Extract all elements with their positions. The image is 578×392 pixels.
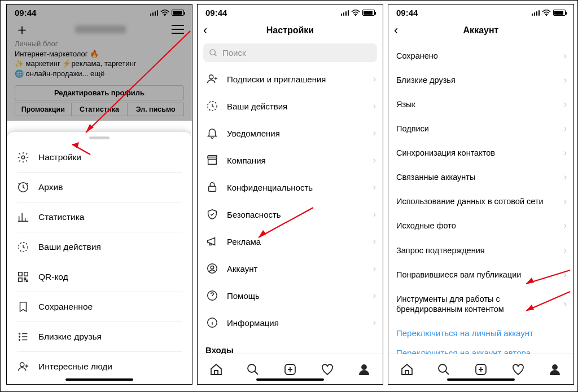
account-closefriends[interactable]: Близкие друзья› — [396, 68, 573, 92]
chevron-right-icon: › — [373, 209, 376, 219]
status-bar: 09:44 — [198, 5, 383, 19]
cellular-icon — [532, 10, 540, 16]
menu-label: QR-код — [38, 272, 68, 282]
gear-icon — [17, 151, 29, 164]
tab-email[interactable]: Эл. письмо — [128, 103, 184, 116]
nav-search[interactable] — [437, 363, 450, 376]
tab-promo[interactable]: Промоакции — [15, 103, 72, 116]
battery-icon — [172, 10, 184, 16]
home-indicator — [256, 378, 324, 381]
nav-add[interactable] — [283, 363, 297, 376]
nav-profile[interactable] — [548, 363, 562, 376]
switch-personal-link[interactable]: Переключиться на личный аккаунт — [388, 321, 573, 345]
svg-point-15 — [355, 15, 356, 16]
menu-saved[interactable]: Сохраненное — [17, 292, 182, 322]
settings-activity[interactable]: Ваши действия› — [205, 93, 383, 120]
chevron-right-icon: › — [564, 51, 567, 61]
nav-add[interactable] — [474, 363, 488, 376]
page-title: Настройки — [220, 25, 360, 36]
menu-closefriends[interactable]: Близкие друзья — [17, 322, 182, 352]
svg-point-1 — [21, 156, 25, 159]
nav-home[interactable] — [400, 363, 414, 376]
add-person-icon — [205, 72, 219, 86]
page-title: Аккаунт — [411, 25, 551, 36]
new-post-button[interactable]: ＋ — [15, 22, 29, 37]
stats-icon — [17, 211, 29, 223]
menu-label: Близкие друзья — [38, 332, 102, 342]
chevron-right-icon: › — [564, 299, 567, 309]
account-liked[interactable]: Понравившиеся вам публикации› — [396, 262, 573, 287]
account-captions[interactable]: Подписи› — [396, 116, 573, 140]
edit-profile-button[interactable]: Редактировать профиль — [15, 85, 184, 100]
settings-account[interactable]: Аккаунт› — [205, 255, 383, 282]
back-button[interactable]: ‹ — [203, 23, 220, 38]
account-branded[interactable]: Инструменты для работы с брендированным … — [396, 287, 573, 321]
chevron-right-icon: › — [373, 74, 376, 84]
settings-security[interactable]: Безопасность› — [205, 201, 383, 228]
settings-privacy[interactable]: Конфиденциальность› — [205, 174, 383, 201]
megaphone-icon — [205, 235, 219, 248]
menu-label: Сохраненное — [38, 302, 93, 312]
menu-settings[interactable]: Настройки — [17, 143, 182, 173]
menu-activity[interactable]: Ваши действия — [17, 232, 182, 262]
profile-category: Личный блог — [15, 39, 184, 49]
store-icon — [205, 153, 219, 167]
nav-activity[interactable] — [511, 363, 525, 376]
settings-help[interactable]: Помощь› — [205, 282, 383, 309]
profile-bio: Личный блог Интернет-маркетолог 🔥 ✨ марк… — [7, 39, 192, 83]
nav-profile[interactable] — [357, 363, 371, 376]
status-time: 09:44 — [15, 8, 36, 17]
chevron-right-icon: › — [373, 155, 376, 165]
cellular-icon — [341, 10, 349, 16]
svg-point-21 — [211, 266, 214, 269]
lock-icon — [205, 180, 219, 194]
account-linked[interactable]: Связанные аккаунты› — [396, 165, 573, 190]
search-placeholder: Поиск — [222, 48, 246, 58]
wifi-icon — [542, 10, 551, 16]
account-verify[interactable]: Запрос подтверждения› — [396, 238, 573, 262]
account-original[interactable]: Исходные фото› — [396, 214, 573, 238]
svg-rect-5 — [24, 272, 28, 276]
chevron-right-icon: › — [373, 318, 376, 328]
bio-line1: Интернет-маркетолог 🔥 — [15, 49, 184, 59]
nav-search[interactable] — [246, 363, 260, 376]
menu-statistics[interactable]: Статистика — [17, 202, 182, 232]
settings-follow[interactable]: Подписки и приглашения› — [205, 65, 383, 93]
search-input[interactable]: Поиск — [203, 43, 377, 62]
back-button[interactable]: ‹ — [394, 23, 411, 38]
menu-archive[interactable]: Архив — [17, 173, 182, 202]
account-cellular[interactable]: Использование данных в сотовой сети› — [396, 190, 573, 214]
settings-about[interactable]: Информация› — [205, 309, 383, 336]
chevron-right-icon: › — [564, 124, 567, 134]
nav-home[interactable] — [209, 363, 223, 376]
bio-line3: 🌐 онлайн-продажи... ещё — [15, 69, 184, 79]
menu-label: Ваши действия — [38, 242, 101, 252]
menu-qrcode[interactable]: QR-код — [17, 262, 182, 292]
settings-business[interactable]: Компания› — [205, 147, 383, 174]
menu-button[interactable] — [172, 25, 184, 34]
svg-point-24 — [248, 364, 256, 372]
account-saved[interactable]: Сохранено› — [396, 43, 573, 68]
info-icon — [205, 316, 219, 329]
svg-point-16 — [210, 50, 215, 55]
cellular-icon — [150, 10, 159, 16]
sheet-handle[interactable] — [89, 136, 110, 139]
tab-stats[interactable]: Статистика — [72, 103, 128, 116]
menu-discover[interactable]: Интересные люди — [17, 352, 182, 381]
account-language[interactable]: Язык› — [396, 92, 573, 116]
nav-activity[interactable] — [321, 363, 334, 376]
settings-notifications[interactable]: Уведомления› — [205, 120, 383, 147]
profile-tabs: Промоакции Статистика Эл. письмо — [7, 103, 192, 121]
svg-point-10 — [20, 363, 24, 367]
svg-point-8 — [19, 336, 20, 337]
status-indicators — [150, 10, 185, 16]
username-blurred — [75, 25, 126, 33]
shield-icon — [205, 208, 219, 221]
account-contacts[interactable]: Синхронизация контактов› — [396, 141, 573, 165]
bell-icon — [205, 126, 219, 140]
chevron-right-icon: › — [373, 290, 376, 301]
status-time: 09:44 — [396, 8, 418, 17]
chevron-right-icon: › — [373, 128, 376, 138]
settings-ads[interactable]: Реклама› — [205, 228, 383, 255]
chevron-right-icon: › — [373, 263, 376, 274]
